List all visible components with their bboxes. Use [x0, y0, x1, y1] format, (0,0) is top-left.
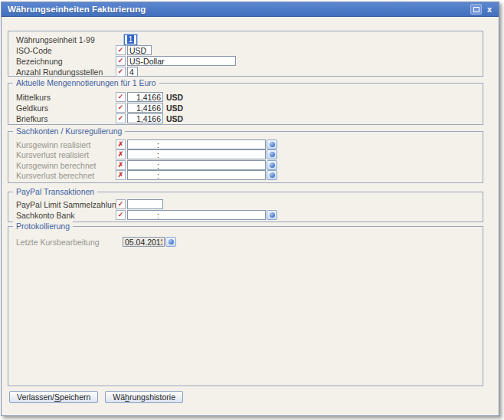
verlassen-speichern-button[interactable]: Verlassen/Speichern: [9, 391, 98, 403]
kursgewinn-realisiert-input[interactable]: [127, 139, 266, 149]
letzte-kursbearbeitung-input[interactable]: [123, 237, 165, 247]
group-quotes-legend: Aktuelle Mengennotierungen für 1 Euro: [13, 78, 159, 87]
titlebar-buttons: x: [470, 4, 499, 15]
check-icon[interactable]: ✓: [116, 103, 126, 113]
kursverlust-realisiert-input[interactable]: [127, 149, 266, 159]
waehrungseinheit-label: Währungseinheit 1-99: [16, 35, 116, 44]
window-title: Währungseinheiten Fakturierung: [2, 5, 146, 14]
mittelkurs-label: Mittelkurs: [16, 93, 116, 102]
cross-icon[interactable]: ✗: [116, 149, 126, 159]
currency-unit-label: USD: [166, 103, 183, 113]
kursgewinn-berechnet-label: Kursgewinn berechnet: [16, 161, 116, 170]
titlebar[interactable]: Währungseinheiten Fakturierung x: [2, 2, 499, 17]
bezeichnung-input[interactable]: [127, 56, 236, 66]
lookup-icon[interactable]: [267, 170, 277, 180]
lookup-icon[interactable]: [267, 139, 277, 149]
group-protocol: Protokollierung Letzte Kursbearbeitung: [8, 226, 483, 386]
cross-icon[interactable]: ✗: [116, 160, 126, 170]
check-icon[interactable]: ✓: [116, 210, 126, 220]
check-icon[interactable]: ✓: [116, 67, 126, 77]
check-icon[interactable]: ✓: [116, 92, 126, 102]
check-icon[interactable]: ✓: [116, 199, 126, 209]
geldkurs-input[interactable]: [127, 103, 163, 113]
lookup-icon[interactable]: [267, 210, 277, 220]
rundungsstellen-label: Anzahl Rundungsstellen: [16, 67, 116, 77]
geldkurs-label: Geldkurs: [16, 103, 116, 113]
rundungsstellen-input[interactable]: [127, 67, 138, 77]
paypal-limit-input[interactable]: [127, 199, 163, 209]
briefkurs-label: Briefkurs: [16, 114, 116, 123]
group-accounts-legend: Sachkonten / Kursregulierung: [13, 126, 125, 136]
iso-code-label: ISO-Code: [16, 46, 116, 55]
check-icon[interactable]: ✓: [116, 113, 126, 123]
briefkurs-input[interactable]: [127, 113, 163, 123]
footer: Verlassen/Speichern Währungshistorie: [9, 391, 183, 403]
bezeichnung-label: Bezeichnung: [16, 57, 116, 66]
mittelkurs-input[interactable]: [127, 92, 163, 102]
group-general: Währungseinheit 1-99 1 ISO-Code ✓ Bezeic…: [8, 31, 483, 77]
lookup-icon[interactable]: [267, 149, 277, 159]
currency-unit-label: USD: [166, 114, 183, 123]
lookup-icon[interactable]: [267, 160, 277, 170]
group-accounts: Sachkonten / Kursregulierung Kursgewinn …: [8, 131, 483, 183]
maximize-icon[interactable]: [470, 4, 482, 15]
cross-icon[interactable]: ✗: [116, 139, 126, 149]
iso-code-input[interactable]: [127, 45, 152, 55]
kursgewinn-berechnet-input[interactable]: [127, 160, 266, 170]
close-icon[interactable]: x: [485, 5, 494, 14]
currency-units-window: Währungseinheiten Fakturierung x Währung…: [1, 2, 499, 416]
paypal-limit-label: PayPal Limit Sammelzahlung: [16, 200, 116, 209]
group-paypal: PayPal Transaktionen PayPal Limit Sammel…: [8, 192, 483, 222]
sachkonto-bank-label: Sachkonto Bank: [16, 211, 116, 220]
check-icon[interactable]: ✓: [116, 56, 126, 66]
cross-icon[interactable]: ✗: [116, 170, 126, 180]
check-icon[interactable]: ✓: [116, 45, 126, 55]
waehrungshistorie-button[interactable]: Währungshistorie: [105, 391, 183, 403]
calendar-lookup-icon[interactable]: [165, 237, 176, 247]
kursverlust-berechnet-input[interactable]: [127, 170, 266, 180]
currency-unit-label: USD: [166, 93, 183, 102]
kursverlust-berechnet-label: Kursverlust berechnet: [16, 171, 116, 180]
selected-text: 1: [127, 35, 135, 44]
screen: Währungseinheiten Fakturierung x Währung…: [0, 0, 504, 420]
letzte-kursbearbeitung-label: Letzte Kursbearbeitung: [16, 238, 116, 247]
group-quotes: Aktuelle Mengennotierungen für 1 Euro Mi…: [8, 83, 483, 125]
sachkonto-bank-input[interactable]: [127, 210, 266, 220]
group-protocol-legend: Protokollierung: [13, 221, 73, 231]
kursgewinn-realisiert-label: Kursgewinn realisiert: [16, 140, 116, 149]
kursverlust-realisiert-label: Kursverlust realisiert: [16, 150, 116, 159]
group-paypal-legend: PayPal Transaktionen: [13, 187, 97, 196]
waehrungseinheit-input[interactable]: 1: [124, 34, 137, 45]
